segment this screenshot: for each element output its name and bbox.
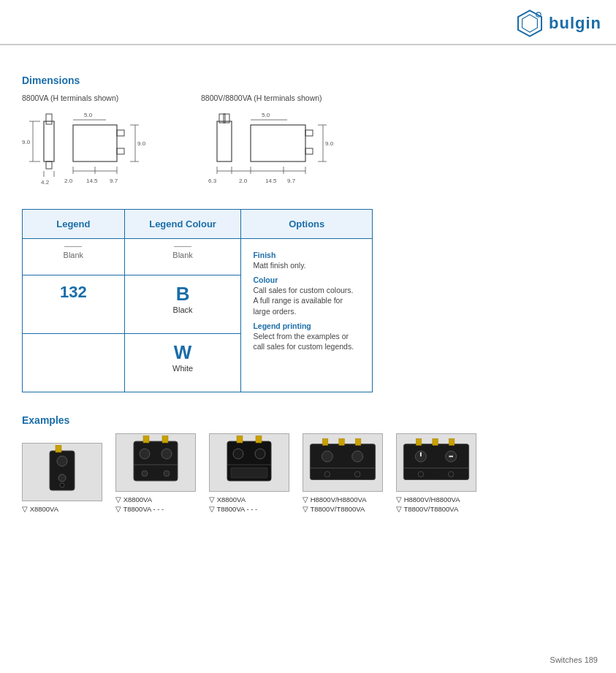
svg-point-56 <box>57 456 67 466</box>
options-table: Legend Legend Colour Options Blank Blank <box>22 209 373 392</box>
svg-point-82 <box>354 471 360 477</box>
svg-point-71 <box>255 449 265 459</box>
svg-point-63 <box>161 449 172 459</box>
svg-text:5.0: 5.0 <box>84 112 93 118</box>
example-item-4: ▽ H8800V/H8800VA ▽ T8800V/T8800VA <box>303 433 383 514</box>
options-table-section: Legend Legend Colour Options Blank Blank <box>22 209 594 392</box>
svg-point-78 <box>322 451 332 462</box>
main-content: Dimensions 8800VA (H terminals shown) 9.… <box>0 45 616 529</box>
svg-point-65 <box>142 471 148 476</box>
legend-print-title: Legend printing <box>253 322 360 330</box>
svg-rect-85 <box>433 438 438 445</box>
options-cell: Finish Matt finish only. Colour Call sal… <box>241 239 373 392</box>
finish-text: Matt finish only. <box>253 260 360 271</box>
legend-132-cell: 132 <box>23 275 125 334</box>
dimensions-section: Dimensions 8800VA (H terminals shown) 9.… <box>22 75 594 187</box>
example-img-1 <box>22 443 102 501</box>
svg-rect-30 <box>217 121 232 161</box>
svg-rect-60 <box>143 436 149 443</box>
svg-rect-86 <box>449 438 455 445</box>
example-label-2: ▽ X8800VA ▽ T8800VA - - - <box>115 495 164 514</box>
legend-blank-label: Blank <box>64 251 84 259</box>
example-item-2: ▽ X8800VA ▽ T8800VA - - - <box>115 433 196 514</box>
example-item-1: ▽ X8800VA <box>22 443 102 514</box>
svg-rect-74 <box>310 444 375 479</box>
svg-rect-59 <box>134 441 178 481</box>
colour-w-letter: W <box>137 341 229 364</box>
switch-svg-3 <box>213 436 286 490</box>
colour-b-letter: B <box>137 283 229 305</box>
colour-text: Call sales for custom colours.A full ran… <box>253 285 360 317</box>
example-item-5: ▽ H8800V/H8800VA ▽ T8800V/T8800VA <box>396 433 476 514</box>
diagram-1-label: 8800VA (H terminals shown) <box>22 94 157 102</box>
switch-svg-1 <box>29 445 95 500</box>
example-item-3: ▽ X8800VA ▽ T8800VA - - - <box>209 433 289 514</box>
colour-blank-cell: Blank <box>124 239 241 275</box>
example-img-2 <box>115 433 196 492</box>
svg-rect-3 <box>44 121 54 161</box>
svg-rect-5 <box>46 161 52 169</box>
table-header-row: Legend Legend Colour Options <box>23 210 373 239</box>
svg-point-70 <box>233 449 243 459</box>
col-options-header: Options <box>241 210 373 239</box>
svg-point-57 <box>58 474 66 482</box>
svg-point-62 <box>140 449 150 459</box>
svg-text:14.5: 14.5 <box>265 178 277 184</box>
switch-svg-5 <box>397 436 476 490</box>
svg-rect-77 <box>355 438 361 445</box>
svg-rect-76 <box>339 438 345 445</box>
examples-row: ▽ X8800VA <box>22 433 594 514</box>
svg-rect-84 <box>416 438 422 445</box>
svg-rect-14 <box>117 130 124 136</box>
svg-text:14.5: 14.5 <box>86 178 98 184</box>
svg-rect-83 <box>403 444 468 479</box>
legend-132-number: 132 <box>60 283 87 301</box>
colour-w-name: White <box>137 364 229 373</box>
svg-point-58 <box>60 483 64 487</box>
col-legend-header: Legend <box>23 210 125 239</box>
diagram-1: 8800VA (H terminals shown) 9.0 4.2 <box>22 94 157 187</box>
svg-text:2.0: 2.0 <box>64 178 73 184</box>
svg-text:9.7: 9.7 <box>287 178 296 184</box>
example-img-5 <box>396 433 476 492</box>
examples-section: Examples ▽ X8800VA <box>22 414 594 514</box>
svg-point-79 <box>352 451 363 462</box>
svg-rect-61 <box>162 436 168 443</box>
svg-text:4.2: 4.2 <box>41 179 50 186</box>
svg-rect-35 <box>305 148 313 154</box>
colour-b-cell: B Black <box>124 275 241 334</box>
svg-text:6.3: 6.3 <box>208 178 217 184</box>
svg-text:9.0: 9.0 <box>325 140 334 147</box>
logo: bulgin <box>515 9 601 38</box>
svg-rect-15 <box>117 148 124 154</box>
diagrams-area: 8800VA (H terminals shown) 9.0 4.2 <box>22 94 594 187</box>
logo-icon <box>515 9 544 38</box>
svg-rect-73 <box>231 468 267 478</box>
svg-text:9.0: 9.0 <box>137 140 146 147</box>
svg-rect-55 <box>56 445 61 452</box>
svg-text:5.0: 5.0 <box>262 112 270 118</box>
svg-rect-75 <box>322 438 328 445</box>
example-img-3 <box>209 433 289 492</box>
examples-title: Examples <box>22 414 594 426</box>
page-header: bulgin <box>0 0 616 45</box>
brand-name: bulgin <box>549 14 601 33</box>
col-colour-header: Legend Colour <box>124 210 241 239</box>
example-label-1: ▽ X8800VA <box>22 504 58 514</box>
blank-line <box>64 246 82 247</box>
switch-svg-4 <box>303 436 382 490</box>
colour-title: Colour <box>253 275 360 284</box>
colour-w-cell: W White <box>124 334 241 392</box>
dimensions-title: Dimensions <box>22 75 594 86</box>
legend-w-cell <box>23 334 125 392</box>
svg-rect-4 <box>46 114 52 124</box>
svg-point-81 <box>324 471 330 477</box>
svg-point-66 <box>164 471 170 476</box>
diagram-2-svg: 5.0 9.0 6.3 2.0 1 <box>201 107 354 187</box>
colour-b-name: Black <box>137 305 229 314</box>
svg-text:9.0: 9.0 <box>22 139 31 145</box>
legend-blank-cell: Blank <box>23 239 125 275</box>
svg-point-92 <box>418 471 424 477</box>
svg-rect-13 <box>73 125 117 161</box>
svg-rect-68 <box>237 436 243 443</box>
